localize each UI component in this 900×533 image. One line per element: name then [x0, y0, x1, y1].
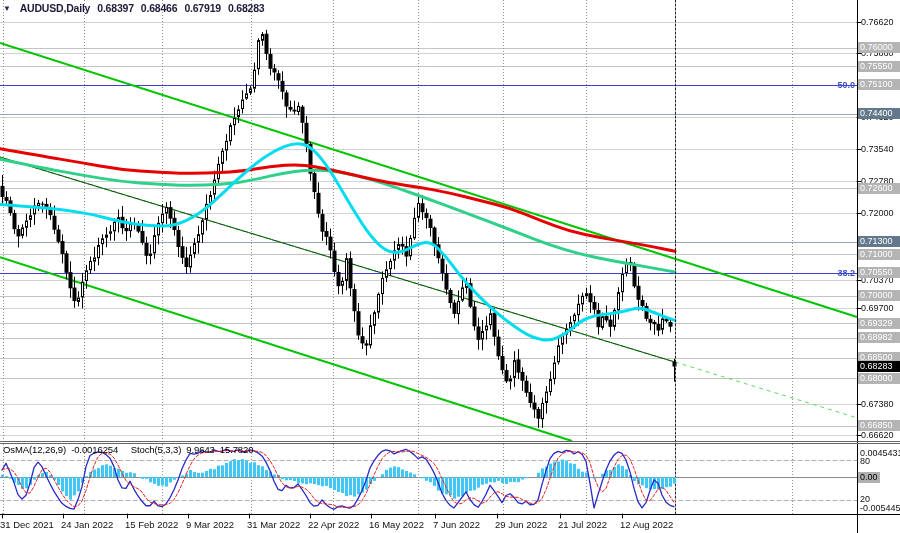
price-level-badge: 0.75100: [858, 79, 900, 90]
date-tick-label: 31 Dec 2021: [0, 519, 54, 530]
chart-header: ▼ AUDUSD,Daily 0.68397 0.68466 0.67919 0…: [3, 2, 265, 14]
price-tick-label: 0.67380: [861, 399, 894, 409]
stoch-label: Stoch(5,3,3): [131, 444, 182, 455]
price-level-badge: 0.75550: [858, 61, 900, 72]
price-tick-label: 0.69700: [861, 303, 894, 313]
fibo-level-label: 50.0: [803, 80, 855, 90]
price-tick-label: 0.76620: [861, 17, 894, 27]
price-level-badge: 0.74400: [858, 108, 900, 119]
chart-menu-icon[interactable]: ▼: [3, 4, 11, 13]
ohlc-high: 0.68466: [141, 2, 178, 14]
price-level-badge: 0.70000: [858, 290, 900, 301]
ohlc-close: 0.68283: [228, 2, 265, 14]
date-tick-label: 21 Jul 2022: [558, 519, 607, 530]
price-level-badge: 0.69329: [858, 318, 900, 329]
price-level-badge: 0.68982: [858, 332, 900, 343]
date-tick-label: 16 May 2022: [369, 519, 424, 530]
trading-chart-window: ▼ AUDUSD,Daily 0.68397 0.68466 0.67919 0…: [0, 0, 900, 533]
indicator-header: OsMA(12,26,9) -0.0016254 Stoch(5,3,3) 9.…: [3, 444, 253, 455]
price-level-badge: 0.71000: [858, 249, 900, 260]
indicator-scale-label: -0.005445: [860, 503, 900, 513]
current-price-badge: 0.68283: [858, 361, 900, 372]
fibo-level-label: 38.2: [803, 268, 855, 278]
date-tick-label: 9 Mar 2022: [186, 519, 234, 530]
price-tick-label: 0.66620: [861, 430, 894, 440]
date-tick-label: 15 Feb 2022: [125, 519, 178, 530]
date-tick-label: 7 Jun 2022: [433, 519, 480, 530]
osma-label: OsMA(12,26,9): [3, 444, 66, 455]
price-level-badge: 0.72600: [858, 183, 900, 194]
osma-value: -0.0016254: [71, 444, 118, 455]
indicator-zero-badge: 0.00: [858, 472, 880, 483]
ohlc-open: 0.68397: [97, 2, 134, 14]
stoch-d-value: 15.7820: [220, 444, 254, 455]
price-level-badge: 0.66850: [858, 420, 900, 431]
price-level-badge: 0.76000: [858, 42, 900, 53]
date-tick-label: 22 Apr 2022: [308, 519, 359, 530]
chart-symbol-period: AUDUSD,Daily: [20, 2, 91, 14]
date-tick-label: 29 Jun 2022: [495, 519, 547, 530]
price-level-badge: 0.68000: [858, 373, 900, 384]
price-level-badge: 0.71300: [858, 236, 900, 247]
stoch-k-value: 9.9643: [186, 444, 214, 455]
date-tick-label: 31 Mar 2022: [247, 519, 300, 530]
ohlc-low: 0.67919: [184, 2, 221, 14]
price-level-badge: 0.70550: [858, 267, 900, 278]
date-tick-label: 24 Jan 2022: [61, 519, 113, 530]
price-tick-label: 0.73540: [861, 144, 894, 154]
price-tick-label: 0.72000: [861, 208, 894, 218]
indicator-scale-label: 80: [860, 456, 870, 466]
date-tick-label: 12 Aug 2022: [620, 519, 673, 530]
